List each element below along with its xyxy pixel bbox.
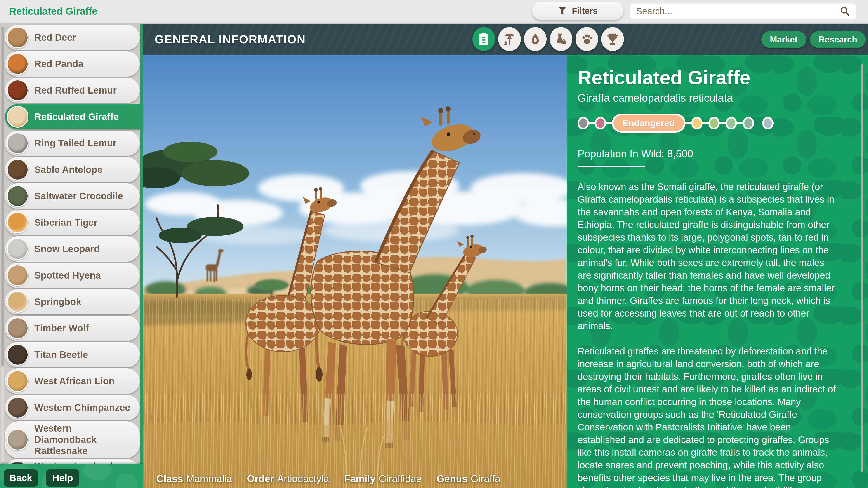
- animal-portrait: [7, 265, 29, 286]
- sidebar-item-label: Western Diamondback Rattlesnake: [34, 423, 134, 457]
- sidebar-item-ring-tailed-lemur[interactable]: Ring Tailed Lemur: [5, 131, 140, 156]
- animal-portrait: [7, 185, 29, 207]
- conservation-dot: [595, 117, 606, 129]
- animal-list: Red DeerRed PandaRed Ruffed LemurReticul…: [5, 25, 140, 486]
- research-button[interactable]: Research: [810, 31, 866, 48]
- sidebar-scrollbar[interactable]: [1, 27, 4, 464]
- sidebar-item-red-deer[interactable]: Red Deer: [5, 25, 140, 50]
- animal-portrait: [7, 132, 29, 154]
- top-bar: Reticulated Giraffe Filters: [0, 0, 868, 24]
- species-title: Reticulated Giraffe: [578, 67, 840, 88]
- description-paragraph: Reticulated giraffes are threatened by d…: [578, 345, 840, 488]
- page-title: Reticulated Giraffe: [9, 0, 97, 23]
- sidebar-item-saltwater-crocodile[interactable]: Saltwater Crocodile: [5, 184, 140, 209]
- animal-portrait: [7, 53, 29, 75]
- sidebar-item-label: Reticulated Giraffe: [34, 111, 119, 123]
- sidebar-item-titan-beetle[interactable]: Titan Beetle: [5, 342, 140, 367]
- water-drop-icon: [529, 33, 542, 46]
- sidebar-item-label: Saltwater Crocodile: [34, 191, 123, 202]
- taxonomy-value: Giraffa: [471, 473, 500, 484]
- filters-button[interactable]: Filters: [532, 2, 623, 20]
- back-button[interactable]: Back: [4, 469, 38, 487]
- status-badge: Endangered: [612, 113, 685, 133]
- population-divider: [578, 166, 645, 167]
- sidebar-item-snow-leopard[interactable]: Snow Leopard: [5, 236, 140, 262]
- content-header: GENERAL INFORMATION Market Research: [143, 24, 868, 55]
- population-label: Population In Wild: 8,500: [578, 148, 840, 160]
- animal-portrait: [7, 106, 29, 128]
- help-button[interactable]: Help: [46, 469, 79, 487]
- animal-portrait: [7, 344, 29, 365]
- sidebar-item-timber-wolf[interactable]: Timber Wolf: [5, 316, 140, 341]
- taxonomy-label: Family: [344, 473, 375, 484]
- sidebar-item-label: Sable Antelope: [34, 164, 103, 175]
- taxonomy-value: Artiodactyla: [277, 473, 329, 484]
- sidebar-item-label: Siberian Tiger: [34, 217, 97, 228]
- panel-scrollbar[interactable]: [861, 64, 864, 472]
- flask-lock-icon: [555, 33, 567, 46]
- sidebar-item-western-chimpanzee[interactable]: Western Chimpanzee: [5, 395, 140, 420]
- section-title: GENERAL INFORMATION: [155, 24, 306, 55]
- animal-portrait: [7, 79, 29, 101]
- sidebar-divider: [140, 23, 143, 488]
- animal-portrait: [7, 318, 29, 339]
- search-icon: [839, 6, 850, 17]
- sidebar-item-label: Titan Beetle: [34, 349, 88, 360]
- species-description: Also known as the Somali giraffe, the re…: [578, 181, 840, 488]
- habitat-tree-icon: [503, 33, 516, 46]
- animal-portrait: [7, 397, 29, 418]
- taxonomy-family: FamilyGiraffidae: [344, 473, 422, 484]
- tab-clipboard-icon[interactable]: [472, 27, 495, 51]
- taxonomy-value: Giraffidae: [379, 473, 422, 484]
- sidebar-item-red-panda[interactable]: Red Panda: [5, 51, 140, 76]
- animal-portrait: [7, 429, 29, 451]
- tab-bar: [472, 27, 624, 51]
- animal-portrait: [7, 370, 29, 392]
- sidebar-item-label: Red Panda: [34, 58, 84, 70]
- zoopedia-window: Reticulated Giraffe Filters Red DeerRed …: [0, 0, 868, 488]
- sidebar-item-label: Ring Tailed Lemur: [34, 138, 116, 149]
- sidebar-item-springbok[interactable]: Springbok: [5, 289, 140, 315]
- search-input[interactable]: [636, 6, 839, 17]
- taxonomy-class: ClassMammalia: [156, 473, 232, 484]
- sidebar-item-label: Timber Wolf: [34, 323, 89, 334]
- filters-label: Filters: [572, 6, 598, 16]
- sidebar-item-spotted-hyena[interactable]: Spotted Hyena: [5, 263, 140, 288]
- sidebar-scrollbar-thumb[interactable]: [1, 366, 4, 463]
- sidebar-item-siberian-tiger[interactable]: Siberian Tiger: [5, 210, 140, 235]
- sidebar-footer: Back Help: [0, 464, 143, 488]
- taxonomy-label: Genus: [436, 473, 467, 484]
- sidebar-item-label: Red Deer: [34, 32, 76, 43]
- market-button[interactable]: Market: [761, 31, 806, 48]
- tab-water-drop-icon[interactable]: [524, 27, 547, 51]
- clipboard-icon: [477, 33, 490, 46]
- description-paragraph: Also known as the Somali giraffe, the re…: [578, 181, 840, 332]
- paw-icon: [580, 33, 593, 46]
- taxonomy-order: OrderArtiodactyla: [247, 473, 329, 484]
- conservation-scale-track: Endangered: [578, 113, 754, 133]
- funnel-icon: [558, 6, 567, 16]
- sidebar-item-western-diamondback-rattlesnake[interactable]: Western Diamondback Rattlesnake: [5, 421, 140, 458]
- sidebar-item-label: Spotted Hyena: [34, 270, 101, 281]
- sidebar-item-label: Springbok: [34, 296, 81, 307]
- conservation-dot: [578, 117, 589, 129]
- sidebar-item-red-ruffed-lemur[interactable]: Red Ruffed Lemur: [5, 78, 140, 103]
- sidebar-item-label: Western Chimpanzee: [34, 402, 130, 413]
- sidebar-item-reticulated-giraffe[interactable]: Reticulated Giraffe: [5, 104, 143, 129]
- animal-portrait: [7, 291, 29, 313]
- tab-paw-icon[interactable]: [576, 27, 598, 51]
- animal-portrait: [7, 238, 29, 260]
- sidebar-item-west-african-lion[interactable]: West African Lion: [5, 368, 140, 394]
- conservation-dot: [762, 117, 774, 129]
- habitat-photo: [143, 55, 567, 488]
- taxonomy-bar: ClassMammaliaOrderArtiodactylaFamilyGira…: [156, 473, 500, 484]
- tab-habitat-tree-icon[interactable]: [498, 27, 521, 51]
- taxonomy-label: Order: [247, 473, 274, 484]
- animal-portrait: [7, 212, 29, 233]
- tab-flask-lock-icon[interactable]: [550, 27, 572, 51]
- sidebar-item-sable-antelope[interactable]: Sable Antelope: [5, 157, 140, 182]
- sidebar-item-label: Red Ruffed Lemur: [34, 85, 117, 96]
- tab-trophy-icon[interactable]: [601, 27, 624, 51]
- sidebar-item-label: Snow Leopard: [34, 243, 100, 255]
- conservation-dot: [725, 117, 737, 129]
